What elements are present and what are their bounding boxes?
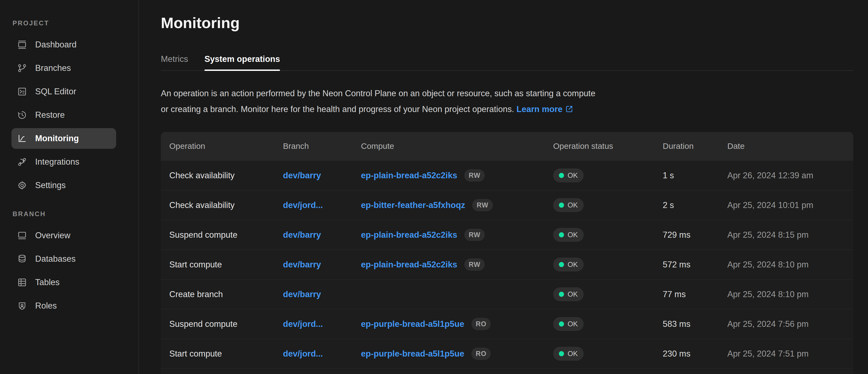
sidebar-item-monitoring[interactable]: Monitoring <box>11 128 116 149</box>
duration-cell: 1 s <box>663 170 727 181</box>
sidebar-item-label: Tables <box>35 278 60 287</box>
operation-cell: Suspend compute <box>169 230 283 240</box>
date-cell: Apr 25, 2024 8:10 pm <box>727 289 853 299</box>
external-link-icon <box>565 102 573 118</box>
date-cell: Apr 25, 2024 8:15 pm <box>727 230 853 240</box>
description-line-1: An operation is an action performed by t… <box>161 89 595 98</box>
sidebar-item-overview[interactable]: Overview <box>11 225 116 246</box>
compute-link[interactable]: ep-plain-bread-a52c2iks <box>361 170 457 181</box>
table-row: Suspend compute dev/barry ep-plain-bread… <box>161 220 853 249</box>
column-header-branch: Branch <box>283 142 361 151</box>
branch-link[interactable]: dev/jord... <box>283 349 323 359</box>
date-cell: Apr 26, 2024 12:39 am <box>727 170 853 181</box>
app-window: PROJECT Dashboard Branches SQL Editor Re… <box>0 0 868 374</box>
column-header-duration: Duration <box>663 142 727 151</box>
table-row: Create branch dev/barry OK 77 ms Apr 25,… <box>161 279 853 309</box>
table-grid-icon <box>17 278 27 287</box>
branch-link[interactable]: dev/barry <box>283 289 321 299</box>
operation-cell: Start compute <box>169 349 283 359</box>
tab-system-operations[interactable]: System operations <box>205 54 280 70</box>
operation-cell: Check availability <box>169 200 283 210</box>
status-label: OK <box>567 230 578 239</box>
history-clock-icon <box>17 110 27 120</box>
git-branch-icon <box>17 63 27 73</box>
compute-link[interactable]: ep-purple-bread-a5l1p5ue <box>361 349 464 359</box>
branch-link[interactable]: dev/barry <box>283 230 321 240</box>
sidebar-item-databases[interactable]: Databases <box>11 249 116 269</box>
status-ok-dot-icon <box>559 351 564 356</box>
column-header-operation-status: Operation status <box>553 142 663 151</box>
duration-cell: 583 ms <box>663 319 727 329</box>
status-label: OK <box>567 349 578 358</box>
integrations-icon <box>17 157 27 167</box>
description-line-2: or creating a branch. Monitor here for t… <box>161 104 514 114</box>
sidebar-item-label: Integrations <box>35 157 79 167</box>
compute-type-badge: RO <box>471 318 491 330</box>
table-row-partial <box>161 368 853 374</box>
status-label: OK <box>567 290 578 299</box>
dashboard-icon <box>17 40 27 50</box>
column-header-date: Date <box>727 142 853 151</box>
page-title: Monitoring <box>161 14 853 32</box>
sidebar-section-label: BRANCH <box>0 210 138 218</box>
sidebar-item-restore[interactable]: Restore <box>11 105 116 125</box>
page-description: An operation is an action performed by t… <box>161 86 853 118</box>
sidebar-item-label: Overview <box>35 230 70 241</box>
table-row: Start compute dev/jord... ep-purple-brea… <box>161 339 853 368</box>
learn-more-link[interactable]: Learn more <box>516 104 573 114</box>
status-ok-dot-icon <box>559 232 564 238</box>
status-ok-dot-icon <box>559 173 564 178</box>
branch-link[interactable]: dev/jord... <box>283 200 323 210</box>
status-label: OK <box>567 201 578 209</box>
branch-link[interactable]: dev/barry <box>283 170 321 180</box>
compute-type-badge: RW <box>464 169 485 182</box>
sidebar-item-dashboard[interactable]: Dashboard <box>11 34 116 55</box>
status-ok-dot-icon <box>559 202 564 208</box>
duration-cell: 572 ms <box>663 260 727 270</box>
date-cell: Apr 25, 2024 7:56 pm <box>727 319 853 329</box>
operation-cell: Start compute <box>169 260 283 270</box>
date-cell: Apr 25, 2024 8:10 pm <box>727 260 853 270</box>
sidebar-item-label: Monitoring <box>35 133 79 144</box>
sidebar-section-branch: BRANCH Overview Databases Tables Roles <box>0 210 138 316</box>
branch-link[interactable]: dev/barry <box>283 260 321 269</box>
sidebar-item-label: Roles <box>35 301 57 311</box>
operations-table: Operation Branch Compute Operation statu… <box>161 132 853 374</box>
status-badge: OK <box>553 168 584 182</box>
compute-link[interactable]: ep-plain-bread-a52c2iks <box>361 260 457 270</box>
compute-link[interactable]: ep-purple-bread-a5l1p5ue <box>361 319 464 329</box>
sidebar-item-roles[interactable]: Roles <box>11 295 116 316</box>
column-header-operation: Operation <box>169 142 283 151</box>
window-icon <box>17 230 27 241</box>
operation-cell: Suspend compute <box>169 319 283 329</box>
table-row: Check availability dev/jord... ep-bitter… <box>161 190 853 220</box>
sidebar-item-label: Dashboard <box>35 40 76 50</box>
status-label: OK <box>567 171 578 180</box>
compute-type-badge: RW <box>472 199 493 211</box>
sidebar-item-integrations[interactable]: Integrations <box>11 152 116 172</box>
table-row: Start compute dev/barry ep-plain-bread-a… <box>161 249 853 279</box>
duration-cell: 2 s <box>663 200 727 210</box>
compute-link[interactable]: ep-bitter-feather-a5fxhoqz <box>361 200 465 210</box>
terminal-icon <box>17 87 27 96</box>
date-cell: Apr 25, 2024 7:51 pm <box>727 349 853 359</box>
operation-cell: Check availability <box>169 170 283 181</box>
sidebar-item-label: SQL Editor <box>35 87 76 96</box>
chart-line-icon <box>17 133 27 144</box>
sidebar-item-label: Restore <box>35 110 65 120</box>
compute-link[interactable]: ep-plain-bread-a52c2iks <box>361 230 457 240</box>
branch-link[interactable]: dev/jord... <box>283 319 323 329</box>
duration-cell: 230 ms <box>663 349 727 359</box>
tab-metrics[interactable]: Metrics <box>161 54 188 70</box>
status-ok-dot-icon <box>559 262 564 267</box>
sidebar-item-branches[interactable]: Branches <box>11 58 116 79</box>
sidebar-item-settings[interactable]: Settings <box>11 175 116 196</box>
status-badge: OK <box>553 287 584 301</box>
sidebar-item-tables[interactable]: Tables <box>11 272 116 293</box>
learn-more-label: Learn more <box>516 104 562 114</box>
sidebar-item-sql-editor[interactable]: SQL Editor <box>11 81 116 102</box>
compute-type-badge: RW <box>464 258 485 271</box>
status-label: OK <box>567 260 578 269</box>
shield-user-icon <box>17 301 27 311</box>
table-row: Suspend compute dev/jord... ep-purple-br… <box>161 309 853 339</box>
